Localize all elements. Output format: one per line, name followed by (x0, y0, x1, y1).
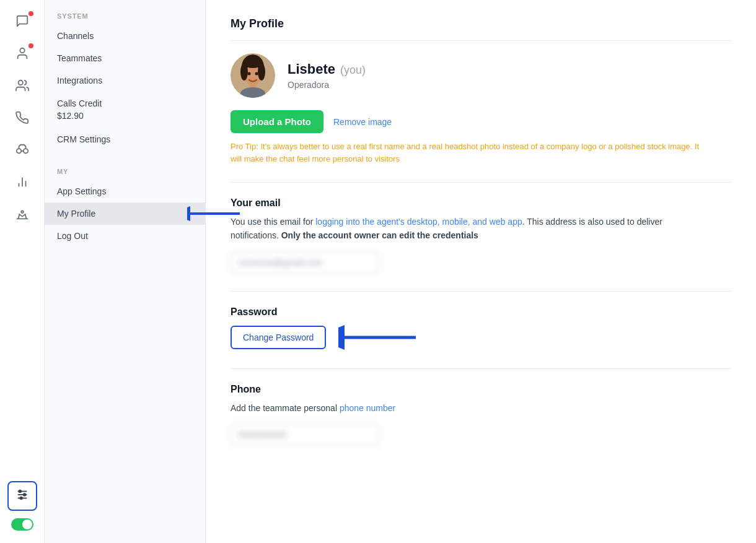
chat-badge (29, 11, 33, 16)
email-desc-link: logging into the agent's desktop, mobile… (315, 217, 522, 227)
team-icon-btn[interactable] (7, 72, 37, 102)
nav-item-calls-credit[interactable]: Calls Credit$12.90 (45, 92, 205, 128)
remove-image-button[interactable]: Remove image (333, 117, 392, 127)
binoculars-icon (15, 143, 29, 160)
svg-point-13 (20, 497, 22, 499)
sliders-icon (15, 488, 29, 505)
chat-icon-btn[interactable] (7, 7, 37, 37)
nav-item-integrations[interactable]: Integrations (45, 69, 205, 92)
phone-divider (231, 368, 731, 369)
avatar (231, 53, 275, 98)
contacts-icon-btn[interactable] (7, 40, 37, 69)
phone-desc-link: phone number (340, 403, 395, 413)
svg-point-2 (16, 149, 20, 153)
password-section-title: Password (231, 306, 731, 318)
nav-item-app-settings[interactable]: App Settings (45, 180, 205, 202)
email-divider (231, 182, 731, 183)
profile-role: Operadora (288, 80, 366, 90)
system-section-label: SYSTEM (45, 12, 205, 25)
nav-sidebar: SYSTEM Channels Teammates Integrations C… (45, 0, 206, 543)
nav-item-teammates[interactable]: Teammates (45, 47, 205, 69)
photo-buttons-row: Upload a Photo Remove image (231, 110, 731, 133)
phone-desc-text: Add the teammate personal (231, 403, 340, 413)
nav-item-my-profile[interactable]: My Profile (45, 202, 205, 225)
email-desc-text1: You use this email for (231, 217, 315, 227)
nav-item-channels[interactable]: Channels (45, 25, 205, 47)
status-toggle-container (7, 513, 37, 536)
contacts-badge (29, 43, 33, 48)
profile-name-text: Lisbete (288, 61, 335, 77)
email-input[interactable] (231, 251, 379, 274)
profile-name: Lisbete (you) (288, 61, 366, 77)
search-icon-btn[interactable] (7, 136, 37, 166)
svg-point-3 (23, 149, 27, 153)
email-section: Your email You use this email for loggin… (231, 198, 731, 274)
bar-chart-icon (15, 175, 29, 192)
svg-point-0 (20, 48, 24, 52)
profile-info: Lisbete (you) Operadora (288, 61, 366, 90)
reports-icon-btn[interactable] (7, 168, 37, 198)
svg-point-11 (19, 490, 21, 492)
svg-point-21 (244, 58, 262, 68)
icon-sidebar (0, 0, 45, 543)
contacts-icon (15, 46, 29, 63)
settings-icon-btn[interactable] (7, 481, 37, 511)
profile-row: Lisbete (you) Operadora (231, 53, 731, 98)
svg-point-1 (18, 80, 22, 84)
nav-item-crm-settings[interactable]: CRM Settings (45, 128, 205, 150)
page-title: My Profile (231, 17, 731, 41)
email-desc-bold: Only the account owner can edit the cred… (281, 230, 478, 240)
email-section-desc: You use this email for logging into the … (231, 215, 701, 243)
password-divider (231, 291, 731, 292)
avatar-image (231, 53, 275, 98)
phone-section-desc: Add the teammate personal phone number (231, 401, 701, 415)
chat-icon (15, 14, 29, 31)
nav-item-my-profile-row: My Profile (45, 202, 205, 225)
nav-item-logout[interactable]: Log Out (45, 225, 205, 247)
password-section: Password Change Password (231, 306, 731, 351)
my-section-label: MY (45, 168, 205, 180)
phone-icon (15, 111, 29, 128)
team-icon (15, 79, 29, 95)
crown-icon-btn[interactable] (7, 201, 37, 230)
svg-point-12 (23, 493, 25, 496)
pro-tip-text: Pro Tip: It's always better to use a rea… (231, 141, 701, 165)
phone-input[interactable] (231, 424, 379, 446)
phone-section-title: Phone (231, 384, 731, 395)
password-arrow (338, 324, 419, 351)
email-section-title: Your email (231, 198, 731, 209)
change-password-area: Change Password (231, 324, 731, 351)
svg-point-7 (21, 211, 24, 213)
change-password-button[interactable]: Change Password (231, 326, 326, 349)
main-content: My Profile (206, 0, 756, 543)
profile-you-label: (you) (340, 64, 366, 77)
svg-point-22 (248, 72, 251, 76)
phone-icon-btn[interactable] (7, 104, 37, 134)
my-profile-arrow (187, 202, 243, 225)
upload-photo-button[interactable]: Upload a Photo (231, 110, 323, 133)
crown-icon (15, 207, 29, 224)
phone-section: Phone Add the teammate personal phone nu… (231, 384, 731, 446)
status-toggle[interactable] (11, 518, 33, 531)
svg-point-23 (255, 72, 258, 76)
